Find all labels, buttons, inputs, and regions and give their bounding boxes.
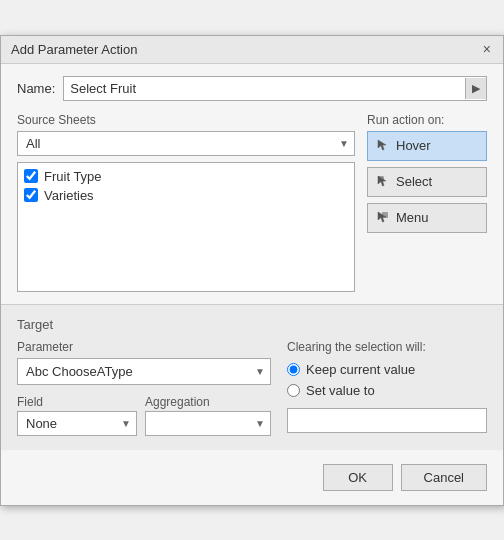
run-action-section: Run action on: Hover (367, 113, 487, 292)
target-right: Clearing the selection will: Keep curren… (287, 340, 487, 436)
aggregation-dropdown-wrap: ▼ (145, 411, 271, 436)
field-aggr-row: None ▼ ▼ (17, 411, 271, 436)
varieties-label: Varieties (44, 188, 94, 203)
hover-button[interactable]: Hover (367, 131, 487, 161)
target-section: Target Parameter Abc ChooseAType ▼ Field… (1, 304, 503, 450)
source-sheets-label: Source Sheets (17, 113, 355, 127)
fruit-type-label: Fruit Type (44, 169, 102, 184)
list-item: Varieties (24, 188, 348, 203)
name-input[interactable] (64, 77, 465, 100)
menu-icon (376, 210, 390, 226)
aggregation-col-label: Aggregation (145, 395, 271, 409)
set-value-input[interactable] (287, 408, 487, 433)
name-row: Name: ▶ (17, 76, 487, 101)
menu-button[interactable]: Menu (367, 203, 487, 233)
select-button[interactable]: Select (367, 167, 487, 197)
target-row: Parameter Abc ChooseAType ▼ Field Aggreg… (17, 340, 487, 436)
field-aggr-labels: Field Aggregation (17, 395, 271, 409)
parameter-dropdown[interactable]: Abc ChooseAType (17, 358, 271, 385)
title-bar: Add Parameter Action × (1, 36, 503, 64)
source-sheets-section: Source Sheets All ▼ Fruit Type Varieties (17, 113, 355, 292)
add-parameter-action-dialog: Add Parameter Action × Name: ▶ Source Sh… (0, 35, 504, 506)
parameter-label: Parameter (17, 340, 271, 354)
set-value-row: Set value to (287, 383, 487, 398)
close-button[interactable]: × (481, 42, 493, 56)
keep-value-radio[interactable] (287, 363, 300, 376)
sheets-list: Fruit Type Varieties (17, 162, 355, 292)
set-value-label: Set value to (306, 383, 375, 398)
main-two-col: Source Sheets All ▼ Fruit Type Varieties (17, 113, 487, 292)
source-dropdown-wrap: All ▼ (17, 131, 355, 156)
param-dropdown-wrap: Abc ChooseAType ▼ (17, 358, 271, 385)
name-label: Name: (17, 81, 55, 96)
clearing-label: Clearing the selection will: (287, 340, 487, 354)
button-row: OK Cancel (1, 464, 503, 505)
field-dropdown[interactable]: None (17, 411, 137, 436)
field-col-label: Field (17, 395, 137, 409)
varieties-checkbox[interactable] (24, 188, 38, 202)
run-action-label: Run action on: (367, 113, 487, 127)
cancel-button[interactable]: Cancel (401, 464, 487, 491)
list-item: Fruit Type (24, 169, 348, 184)
hover-icon (376, 138, 390, 154)
field-dropdown-wrap: None ▼ (17, 411, 137, 436)
name-arrow-button[interactable]: ▶ (465, 78, 486, 99)
target-label: Target (17, 317, 487, 332)
menu-label: Menu (396, 210, 429, 225)
select-label: Select (396, 174, 432, 189)
source-sheets-dropdown[interactable]: All (17, 131, 355, 156)
keep-value-label: Keep current value (306, 362, 415, 377)
name-input-wrap: ▶ (63, 76, 487, 101)
select-icon (376, 174, 390, 190)
target-left: Parameter Abc ChooseAType ▼ Field Aggreg… (17, 340, 271, 436)
keep-value-row: Keep current value (287, 362, 487, 377)
fruit-type-checkbox[interactable] (24, 169, 38, 183)
dialog-body: Name: ▶ Source Sheets All ▼ (1, 64, 503, 304)
aggregation-dropdown[interactable] (145, 411, 271, 436)
set-value-radio[interactable] (287, 384, 300, 397)
ok-button[interactable]: OK (323, 464, 393, 491)
dialog-title: Add Parameter Action (11, 42, 137, 57)
hover-label: Hover (396, 138, 431, 153)
